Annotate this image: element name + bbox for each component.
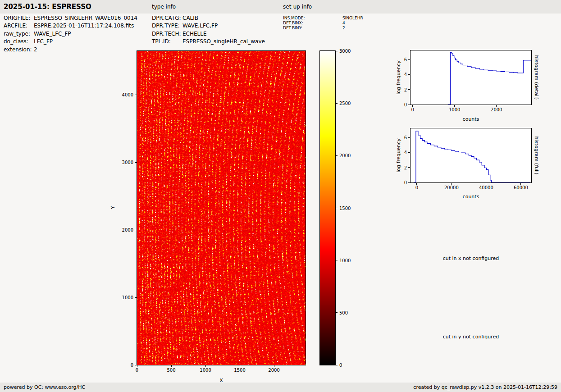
x-tick-mark [412, 105, 413, 107]
setup-info-list: INS.MODE:SINGLEHRDET.BINX:4DET.BINY:2 [283, 16, 363, 30]
meta-row: ORIGFILE:ESPRESSO_SINGLEHR_WAVE016_0014 [4, 15, 137, 23]
x-tick-mark [416, 183, 417, 185]
qc-report-page: 2025-01-15: ESPRESSO type info set-up in… [0, 0, 561, 392]
field-value: 2 [34, 46, 37, 53]
y-tick-label: 2000 [122, 228, 133, 232]
cut-x-status-message: cut in x not configured [443, 255, 499, 261]
x-tick-mark [520, 183, 521, 185]
x-tick-label: 500 [167, 368, 175, 373]
colorbar-tick-mark [336, 208, 338, 208]
y-tick-mark [408, 105, 410, 105]
field-label: extension: [4, 46, 34, 53]
field-label: DPR.CATG: [152, 15, 182, 21]
x-tick-mark [454, 105, 455, 107]
colorbar-tick-label: 2500 [339, 101, 351, 106]
y-tick-mark [408, 74, 410, 75]
x-tick-mark [205, 365, 206, 367]
x-tick-label: 20000 [444, 185, 459, 190]
histogram-full-plot [410, 128, 532, 183]
meta-row: DPR.TYPE:WAVE,LFC,FP [152, 23, 265, 30]
colorbar-tick-mark [336, 260, 338, 260]
footer-credit-right: created by qc_rawdisp.py v1.2.3 on 2025-… [413, 383, 557, 392]
footer-bar: powered by QC: www.eso.org/HC created by… [0, 383, 561, 392]
hist-detail-title: histogram (detail) [534, 55, 539, 100]
x-tick-mark [274, 365, 274, 367]
y-tick-label: 0 [404, 102, 407, 107]
field-label: INS.MODE: [283, 16, 342, 20]
colorbar-tick-label: 1000 [339, 258, 351, 263]
field-value: LFC_FP [34, 38, 53, 45]
field-value: 4 [342, 21, 345, 25]
y-tick-label: 2 [404, 87, 407, 92]
meta-row: ARCFILE:ESPRE.2025-01-16T11:17:24.108.fi… [4, 23, 137, 30]
y-tick-mark [135, 162, 137, 163]
field-value: ECHELLE [182, 31, 207, 37]
cut-y-status-message: cut in y not configured [443, 334, 499, 340]
y-tick-mark [135, 297, 137, 298]
meta-row: TPL.ID:ESPRESSO_singleHR_cal_wave [152, 38, 265, 46]
field-value: ESPRESSO_singleHR_cal_wave [182, 38, 265, 45]
page-title: 2025-01-15: ESPRESSO [4, 0, 91, 14]
y-tick-label: 6 [404, 135, 407, 140]
y-tick-mark [135, 365, 137, 365]
y-tick-label: 6 [404, 57, 407, 62]
setup-info-heading: set-up info [283, 0, 312, 14]
meta-row: do_class:LFC_FP [4, 38, 137, 46]
y-tick-label: 4000 [122, 92, 133, 97]
x-tick-mark [171, 365, 172, 367]
histogram-detail-plot [410, 50, 532, 105]
raw-frame-heatmap [137, 50, 306, 365]
meta-row: raw_type:WAVE_LFC_FP [4, 31, 137, 38]
x-tick-label: 2000 [268, 368, 279, 373]
y-tick-mark [408, 137, 410, 138]
field-label: ARCFILE: [4, 23, 34, 29]
colorbar-tick-label: 1500 [339, 205, 351, 210]
meta-row: DPR.TECH:ECHELLE [152, 31, 265, 38]
field-label: DPR.TYPE: [152, 23, 182, 29]
x-tick-mark [451, 183, 452, 185]
colorbar-tick-label: 2000 [339, 153, 351, 158]
file-info-list: ORIGFILE:ESPRESSO_SINGLEHR_WAVE016_0014A… [4, 15, 137, 54]
y-tick-mark [408, 167, 410, 168]
y-tick-label: 1000 [122, 295, 133, 300]
x-tick-label: 1500 [234, 368, 245, 373]
y-tick-mark [408, 152, 410, 153]
hist-detail-x-axis-label: counts [463, 116, 479, 122]
meta-row: INS.MODE:SINGLEHR [283, 16, 363, 21]
colorbar [319, 50, 336, 365]
y-tick-label: 3000 [122, 160, 133, 165]
field-value: CALIB [182, 15, 198, 21]
type-info-list: DPR.CATG:CALIBDPR.TYPE:WAVE,LFC,FPDPR.TE… [152, 15, 265, 46]
y-tick-label: 0 [131, 363, 133, 368]
field-value: ESPRESSO_SINGLEHR_WAVE016_0014 [34, 15, 137, 21]
field-label: ORIGFILE: [4, 15, 34, 21]
hist-full-y-axis-label: log frequency [396, 138, 401, 172]
field-value: ESPRE.2025-01-16T11:17:24.108.fits [34, 23, 134, 29]
x-tick-mark [240, 365, 240, 367]
x-tick-label: 2000 [491, 107, 502, 112]
x-tick-label: 0 [415, 185, 418, 190]
x-tick-label: 1000 [449, 107, 460, 112]
x-tick-label: 60000 [514, 185, 528, 190]
field-value: WAVE,LFC,FP [182, 23, 218, 29]
y-tick-mark [135, 230, 137, 230]
field-label: DET.BINX: [283, 21, 342, 25]
meta-row: DET.BINX:4 [283, 21, 363, 26]
field-value: WAVE_LFC_FP [34, 31, 71, 37]
colorbar-tick-label: 0 [339, 363, 342, 368]
field-value: SINGLEHR [342, 16, 363, 20]
colorbar-tick-mark [336, 312, 338, 313]
y-tick-mark [408, 182, 410, 183]
meta-row: extension:2 [4, 46, 137, 54]
colorbar-tick-mark [336, 51, 338, 51]
colorbar-tick-mark [336, 103, 338, 104]
y-tick-label: 4 [404, 150, 407, 155]
meta-row: DPR.CATG:CALIB [152, 15, 265, 23]
field-label: raw_type: [4, 31, 34, 37]
header-bar: 2025-01-15: ESPRESSO type info set-up in… [0, 0, 561, 14]
footer-credit-left: powered by QC: www.eso.org/HC [4, 383, 85, 392]
field-value: 2 [342, 26, 345, 30]
colorbar-tick-mark [336, 365, 338, 365]
colorbar-tick-label: 500 [339, 310, 348, 315]
y-tick-label: 2 [404, 165, 407, 170]
